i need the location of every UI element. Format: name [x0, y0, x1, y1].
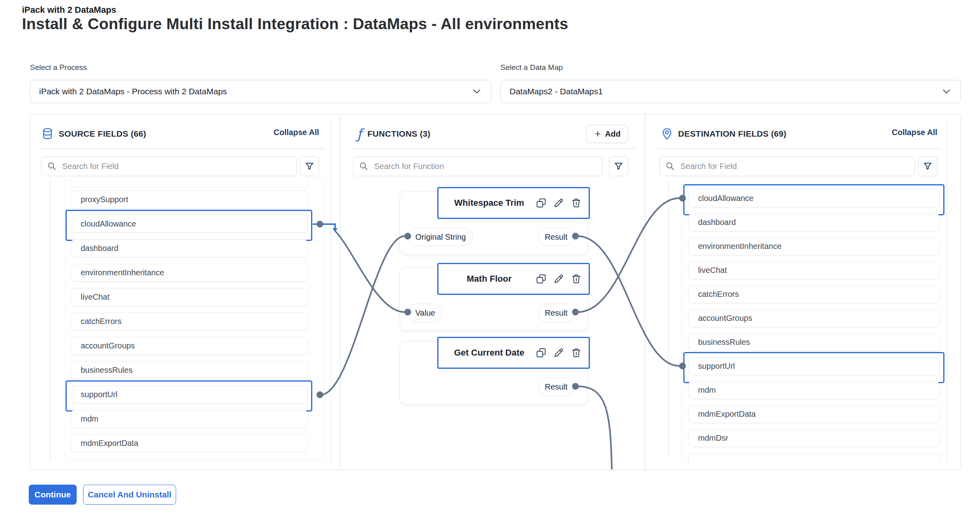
destination-field-row[interactable]: mdmDsr [688, 429, 940, 447]
input-port[interactable]: Value [409, 304, 442, 322]
add-function-label: Add [605, 129, 621, 139]
duplicate-function-button[interactable] [536, 348, 546, 358]
mapping-panel: SOURCE FIELDS (66) Collapse All ƒ FUNCTI… [30, 114, 961, 470]
partially-scrolled-field-row[interactable] [688, 453, 940, 464]
source-field-row[interactable]: cloudAllowance [71, 215, 308, 233]
destination-field-list: cloudAllowancedashboardenvironmentInheri… [655, 179, 949, 464]
source-field-row[interactable]: mdm [71, 410, 308, 428]
source-search-input[interactable] [61, 161, 291, 171]
delete-function-button[interactable] [571, 198, 581, 208]
add-function-button[interactable]: Add [586, 125, 628, 143]
delete-function-button[interactable] [571, 348, 581, 358]
output-port[interactable]: Result [538, 228, 574, 246]
destination-field-row[interactable]: liveChat [688, 261, 940, 279]
page-title: Install & Configure Multi Install Integr… [22, 15, 568, 33]
destination-field-row[interactable]: businessRules [688, 333, 940, 351]
destination-panel-title: DESTINATION FIELDS (69) [678, 129, 786, 139]
destination-field-row[interactable]: accountGroups [688, 309, 940, 327]
chevron-down-icon [472, 86, 482, 97]
page: iPack with 2 DataMaps Install & Configur… [0, 0, 980, 529]
datamap-select-value: DataMaps2 - DataMaps1 [510, 87, 603, 96]
partially-scrolled-field-row[interactable] [71, 179, 309, 188]
functions-search [353, 156, 603, 176]
process-select-label: Select a Process [30, 63, 87, 72]
chevron-down-icon [941, 86, 952, 97]
function-name: Get Current Date [442, 348, 536, 358]
trash-icon [571, 274, 581, 284]
destination-collapse-all-link[interactable]: Collapse All [892, 128, 937, 137]
source-field-row[interactable]: liveChat [71, 288, 308, 306]
source-field-row[interactable]: environmentInheritance [71, 264, 308, 282]
edit-icon [553, 348, 564, 358]
function-card-header: Whitespace Trim [437, 187, 590, 219]
edit-function-button[interactable] [553, 348, 564, 358]
source-field-row[interactable]: supportUrl [71, 386, 308, 404]
destination-field-row[interactable]: catchErrors [688, 285, 940, 303]
edit-icon [553, 198, 564, 208]
breadcrumb: iPack with 2 DataMaps [22, 5, 116, 15]
location-pin-icon [661, 128, 673, 140]
duplicate-function-button[interactable] [536, 274, 546, 284]
filter-icon [305, 161, 314, 171]
source-scrollbar[interactable] [330, 122, 331, 462]
destination-field-row[interactable]: mdmExportData [688, 405, 940, 423]
copy-icon [536, 274, 546, 284]
output-port[interactable]: Result [538, 304, 574, 322]
source-field-row[interactable]: proxySupport [71, 191, 308, 209]
source-panel-header: SOURCE FIELDS (66) [42, 125, 146, 143]
functions-panel-title: FUNCTIONS (3) [367, 129, 430, 139]
output-port[interactable]: Result [538, 378, 574, 396]
copy-icon [536, 348, 546, 358]
source-field-row[interactable]: dashboard [71, 239, 308, 257]
trash-icon [571, 198, 581, 208]
source-field-row[interactable]: catchErrors [71, 312, 308, 330]
header-divider [38, 148, 325, 149]
functions-search-input[interactable] [373, 161, 597, 171]
function-card-header: Math Floor [437, 263, 590, 295]
source-filter-button[interactable] [300, 156, 319, 176]
search-icon [665, 161, 675, 171]
source-field-row[interactable]: accountGroups [71, 337, 308, 355]
function-card[interactable]: Whitespace Trim Original StringResult [400, 191, 587, 255]
column-divider [340, 114, 341, 469]
function-name: Math Floor [442, 274, 536, 284]
input-port[interactable]: Original String [409, 228, 473, 246]
header-divider [353, 148, 635, 149]
search-icon [47, 161, 57, 171]
functions-panel-header: ƒ FUNCTIONS (3) [357, 125, 430, 143]
function-icon: ƒ [357, 128, 362, 140]
edit-function-button[interactable] [553, 274, 564, 284]
source-field-row[interactable]: mdmExportData [71, 434, 308, 452]
trash-icon [571, 348, 581, 358]
database-icon [42, 128, 53, 140]
source-field-list: proxySupportcloudAllowancedashboardenvir… [38, 179, 329, 464]
destination-field-row[interactable]: supportUrl [688, 357, 940, 375]
tree-indent-guide [50, 179, 51, 461]
duplicate-function-button[interactable] [536, 198, 546, 208]
connection-arrowhead [333, 228, 337, 232]
filter-icon [614, 161, 623, 171]
destination-field-row[interactable]: mdm [688, 381, 940, 399]
delete-function-button[interactable] [571, 274, 581, 284]
datamap-select[interactable]: DataMaps2 - DataMaps1 [500, 80, 961, 103]
continue-button[interactable]: Continue [29, 485, 77, 505]
destination-panel-header: DESTINATION FIELDS (69) [661, 125, 786, 143]
destination-field-row[interactable]: dashboard [688, 213, 940, 231]
source-search [41, 156, 297, 176]
function-card[interactable]: Math Floor ValueResult [400, 267, 587, 330]
destination-search-input[interactable] [680, 161, 909, 171]
connection-wire[interactable] [321, 236, 405, 395]
cancel-and-uninstall-button[interactable]: Cancel And Uninstall [83, 485, 176, 505]
process-select[interactable]: iPack with 2 DataMaps - Process with 2 D… [30, 80, 491, 103]
process-select-value: iPack with 2 DataMaps - Process with 2 D… [39, 87, 227, 96]
connection-wire[interactable] [335, 231, 405, 312]
destination-field-row[interactable]: cloudAllowance [688, 189, 940, 207]
function-card[interactable]: Get Current Date Result [400, 341, 587, 404]
source-collapse-all-link[interactable]: Collapse All [274, 128, 319, 137]
source-field-row[interactable]: businessRules [71, 361, 308, 379]
functions-filter-button[interactable] [609, 156, 628, 176]
edit-function-button[interactable] [553, 198, 564, 208]
destination-field-row[interactable]: environmentInheritance [688, 237, 940, 255]
column-divider [645, 114, 645, 469]
destination-filter-button[interactable] [918, 156, 937, 176]
